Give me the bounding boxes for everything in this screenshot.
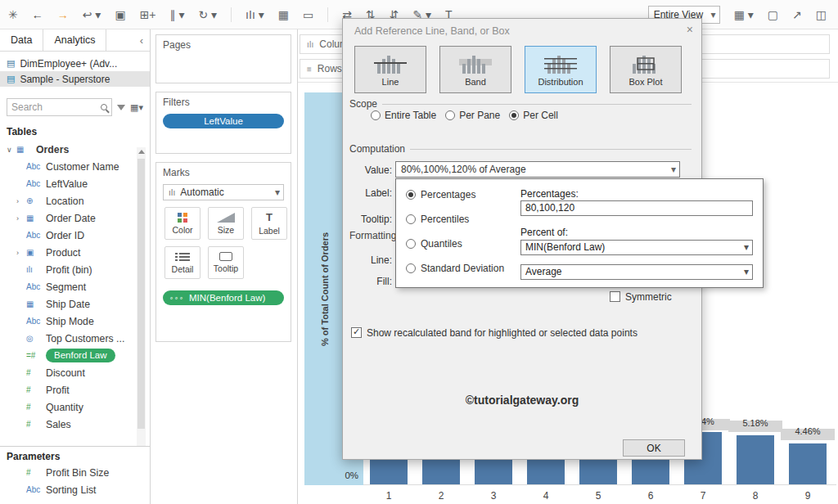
aggregation-select[interactable]: Average	[520, 264, 753, 280]
fields-scrollbar[interactable]	[137, 147, 146, 471]
filter-fields-icon[interactable]	[117, 105, 125, 110]
view-options-icon[interactable]: ▦▾	[130, 102, 143, 113]
percent-of-select[interactable]: MIN(Benford Law)	[520, 240, 753, 255]
new-dashboard-icon[interactable]: ▦	[278, 8, 289, 21]
tab-data[interactable]: Data	[0, 29, 43, 51]
value-select[interactable]: 80%,100%,120% of Average	[395, 161, 680, 178]
field-row-profit-bin[interactable]: ılı Profit (bin)	[0, 261, 150, 278]
type-button-box-plot[interactable]: Box Plot	[610, 46, 682, 93]
field-row-ship-mode[interactable]: Abc Ship Mode	[0, 313, 150, 330]
mark-type-select[interactable]: ıIı Automatic	[163, 184, 284, 200]
symmetric-checkbox[interactable]: Symmetric	[610, 291, 672, 303]
show-recalculated-checkbox[interactable]: Show recalculated band for highlighted o…	[351, 327, 638, 339]
share-icon[interactable]: ↗	[792, 8, 802, 21]
text-field-icon: Abc	[26, 485, 46, 494]
tab-analytics[interactable]: Analytics	[43, 29, 106, 51]
checkbox-icon	[610, 291, 620, 302]
parameter-row-profit-bin-size[interactable]: # Profit Bin Size	[0, 464, 150, 481]
scrollbar-thumb[interactable]	[137, 159, 145, 429]
formatting-heading-text: Formatting	[349, 230, 396, 241]
detail-button[interactable]: Detail	[164, 246, 200, 279]
collapse-pane-icon[interactable]: ‹	[140, 34, 150, 47]
band-type-icon	[456, 52, 495, 75]
field-row-orders[interactable]: ∨ ▦ Orders	[0, 141, 150, 158]
datasource-item-selected[interactable]: ▤ Sample - Superstore	[0, 71, 150, 87]
expand-caret-icon[interactable]: ›	[16, 214, 26, 223]
new-worksheet-icon[interactable]: ıIı ▾	[246, 8, 264, 21]
new-story-icon[interactable]: ▭	[303, 8, 313, 21]
presentation-icon[interactable]: ▢	[768, 8, 778, 21]
pause-updates-icon[interactable]: ∥ ▾	[170, 8, 185, 21]
x-axis-tick: 8	[737, 490, 774, 502]
field-pill-benford-law[interactable]: Benford Law	[46, 349, 115, 362]
radio-percentiles[interactable]: Percentiles	[406, 214, 469, 225]
radio-quantiles[interactable]: Quantiles	[406, 238, 462, 250]
field-row-ship-date[interactable]: ▦ Ship Date	[0, 295, 150, 313]
datasource-item[interactable]: ▤ DimEmployee+ (Adv...	[0, 56, 150, 71]
field-row-product[interactable]: › ▣ Product	[0, 244, 150, 261]
undo-icon[interactable]: ↩ ▾	[83, 8, 101, 21]
tooltip-icon	[219, 252, 232, 261]
show-me-icon[interactable]: ◫	[816, 8, 827, 21]
pane-tabs: Data Analytics ‹	[0, 29, 150, 52]
field-label: Order Date	[46, 213, 96, 224]
radio-standard-deviation[interactable]: Standard Deviation	[406, 263, 504, 274]
close-icon[interactable]: ×	[687, 23, 693, 36]
radio-per-pane[interactable]: Per Pane	[445, 110, 500, 121]
percentages-input[interactable]: 80,100,120	[520, 200, 753, 216]
expand-caret-icon[interactable]: ∨	[7, 146, 16, 154]
scroll-up-icon[interactable]	[138, 150, 145, 154]
radio-percentages[interactable]: Percentages	[406, 189, 475, 200]
datasource-icon: ▤	[7, 74, 15, 84]
bar[interactable]	[789, 443, 827, 485]
radio-per-cell[interactable]: Per Cell	[509, 110, 558, 121]
field-row-customer-name[interactable]: Abc Customer Name	[0, 158, 150, 175]
size-button[interactable]: Size	[208, 207, 244, 240]
parameter-row-sorting-list[interactable]: Abc Sorting List	[0, 481, 150, 498]
field-label: Sorting List	[46, 484, 97, 496]
label-label: Label	[259, 226, 280, 236]
show-cards-icon[interactable]: ▦ ▾	[734, 8, 754, 21]
symmetric-label: Symmetric	[625, 291, 672, 303]
field-row-quantity[interactable]: # Quantity	[0, 398, 150, 416]
expand-caret-icon[interactable]: ›	[16, 249, 26, 257]
tooltip-button[interactable]: Tooltip	[208, 246, 244, 279]
bar-value-label: 4.46%	[789, 426, 827, 436]
label-button[interactable]: T Label	[251, 207, 287, 240]
forward-icon[interactable]: →	[57, 8, 69, 21]
expand-caret-icon[interactable]: ›	[16, 197, 26, 205]
type-button-distribution[interactable]: Distribution	[525, 46, 597, 93]
radio-entire-table[interactable]: Entire Table	[371, 110, 436, 121]
field-row-discount[interactable]: # Discount	[0, 364, 150, 381]
x-axis-tick: 3	[475, 490, 512, 502]
field-row-order-date[interactable]: › ▦ Order Date	[0, 209, 150, 227]
field-row-benford-law[interactable]: =# Benford Law	[0, 347, 150, 364]
back-icon[interactable]: ←	[32, 8, 43, 21]
field-row-profit[interactable]: # Profit	[0, 381, 150, 398]
text-field-icon: Abc	[26, 162, 46, 171]
type-button-band[interactable]: Band	[439, 46, 511, 93]
field-row-segment[interactable]: Abc Segment	[0, 278, 150, 295]
ok-button[interactable]: OK	[623, 439, 685, 457]
bar[interactable]	[737, 435, 774, 485]
filter-pill-leftvalue[interactable]: LeftValue	[163, 114, 284, 128]
field-row-location[interactable]: › ⊕ Location	[0, 192, 150, 209]
pages-card: Pages	[155, 34, 291, 83]
field-row-leftvalue[interactable]: Abc LeftValue	[0, 175, 150, 192]
type-button-line[interactable]: Line	[354, 46, 426, 93]
search-input[interactable]: Search	[7, 98, 112, 116]
refresh-icon[interactable]: ↻ ▾	[198, 8, 217, 21]
color-button[interactable]: Color	[164, 207, 200, 240]
field-row-sales[interactable]: # Sales	[0, 416, 150, 433]
datasource-icon: ▤	[7, 58, 15, 69]
field-label: Profit	[46, 385, 70, 396]
data-pane: Data Analytics ‹ ▤ DimEmployee+ (Adv... …	[0, 29, 151, 504]
number-field-icon: #	[26, 368, 46, 377]
field-row-order-id[interactable]: Abc Order ID	[0, 227, 150, 244]
radio-icon	[406, 263, 416, 273]
add-data-icon[interactable]: ⊞+	[140, 8, 156, 21]
field-row-top-customers[interactable]: ◎ Top Customers ...	[0, 330, 150, 347]
save-icon[interactable]: ▣	[115, 8, 125, 21]
marks-pill-min-benford[interactable]: ∘∘∘ MIN(Benford Law)	[163, 290, 284, 305]
percent-of-label: Percent of:	[520, 227, 568, 238]
